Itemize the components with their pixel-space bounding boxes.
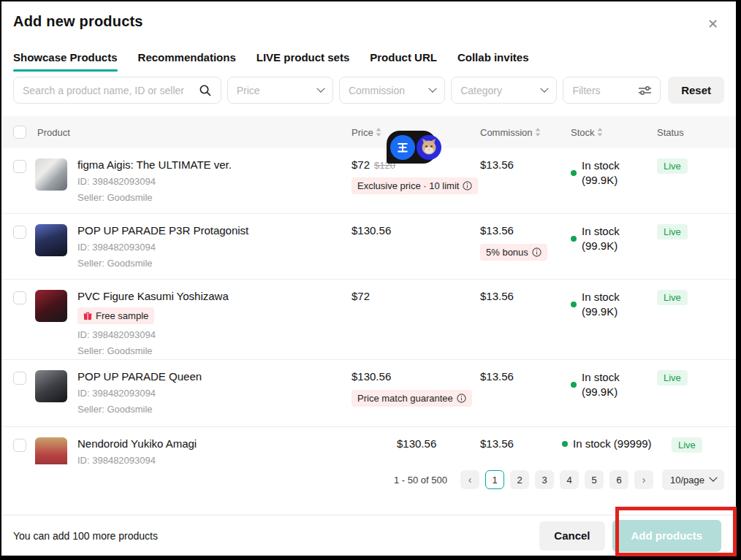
page-button-3[interactable]: 3 — [535, 470, 554, 489]
product-thumbnail — [35, 224, 67, 256]
commission-filter-label: Commission — [349, 85, 405, 96]
status-cell: Live — [657, 158, 724, 174]
stock-cell: In stock (99999) — [562, 437, 672, 450]
commission-cell: $13.56 — [480, 370, 571, 383]
commission-value: $13.56 — [480, 158, 514, 171]
product-seller: Seller: Goodsmile — [77, 192, 232, 203]
add-products-modal: Add new products ✕ Showcase Products Rec… — [1, 1, 736, 556]
info-icon[interactable] — [457, 394, 466, 403]
column-header-stock[interactable]: Stock — [571, 127, 657, 138]
tab-product-url[interactable]: Product URL — [370, 51, 437, 72]
search-input[interactable] — [13, 77, 221, 104]
commission-cell: $13.56 5% bonus — [480, 224, 571, 261]
next-page-button[interactable]: › — [634, 470, 653, 489]
search-icon — [199, 84, 212, 97]
tab-live-product-sets[interactable]: LIVE product sets — [256, 51, 350, 72]
more-filters-label: Filters — [572, 85, 600, 96]
page-button-6[interactable]: 6 — [609, 470, 628, 489]
commission-bonus-badge: 5% bonus — [480, 244, 547, 261]
sliders-icon — [639, 85, 651, 96]
collaborator-initial-wang — [390, 135, 415, 160]
product-thumbnail — [35, 370, 67, 402]
commission-cell: $13.56 — [480, 437, 571, 450]
status-badge: Live — [672, 437, 702, 453]
tab-showcase-products[interactable]: Showcase Products — [13, 51, 118, 72]
info-icon[interactable] — [463, 181, 472, 191]
price-filter-dropdown[interactable]: Price — [227, 77, 333, 104]
in-stock-dot-icon — [571, 382, 577, 388]
row-checkbox[interactable] — [13, 226, 26, 239]
tab-collab-invites[interactable]: Collab invites — [457, 51, 529, 72]
tab-recommendations[interactable]: Recommendations — [138, 51, 236, 72]
column-header-product: Product — [37, 127, 352, 138]
price-cell: $72 $120 Exclusive price · 10 limit — [352, 158, 480, 194]
price-cell: $72 — [352, 290, 480, 303]
row-checkbox[interactable] — [13, 291, 26, 304]
row-checkbox[interactable] — [13, 439, 26, 452]
price-value: $130.56 — [397, 437, 436, 450]
page-title: Add new products — [13, 13, 143, 30]
price-value: $72 — [352, 290, 370, 302]
stock-line1: In stock — [582, 158, 620, 173]
stock-cell: In stock (99.9K) — [571, 290, 657, 319]
cancel-button[interactable]: Cancel — [539, 521, 604, 551]
pagination-range: 1 - 50 of 500 — [394, 475, 447, 486]
stock-line1: In stock — [582, 370, 620, 385]
sort-icon[interactable] — [376, 128, 381, 137]
page-button-2[interactable]: 2 — [510, 470, 529, 489]
product-id: ID: 398482093094 — [77, 455, 197, 464]
row-checkbox[interactable] — [13, 160, 26, 173]
in-stock-dot-icon — [562, 441, 568, 447]
chevron-down-icon — [316, 84, 324, 92]
info-icon[interactable] — [532, 248, 542, 257]
more-filters-dropdown[interactable]: Filters — [563, 77, 661, 104]
commission-value: $13.56 — [480, 370, 514, 383]
stock-cell: In stock (99.9K) — [571, 158, 657, 188]
page-size-dropdown[interactable]: 10/page — [662, 469, 724, 490]
stock-column-label: Stock — [571, 127, 595, 138]
prev-page-button[interactable]: ‹ — [460, 470, 479, 489]
add-products-button[interactable]: Add products — [612, 520, 722, 552]
product-title: POP UP PARADE P3R Protagonist — [77, 224, 248, 237]
price-promo-label: Exclusive price · 10 limit — [357, 180, 459, 191]
chevron-down-icon — [709, 474, 717, 482]
price-value: $72 — [352, 158, 370, 171]
column-header-status: Status — [657, 127, 724, 138]
stock-line2: (99.9K) — [582, 385, 620, 399]
select-all-checkbox[interactable] — [13, 126, 26, 139]
product-cell: POP UP PARADE Queen ID: 398482093094 Sel… — [35, 370, 352, 415]
product-thumbnail — [35, 290, 67, 322]
product-thumbnail — [35, 158, 67, 191]
page-button-4[interactable]: 4 — [560, 470, 579, 489]
sort-icon[interactable] — [535, 128, 541, 137]
commission-bonus-label: 5% bonus — [486, 247, 528, 258]
search-field[interactable] — [23, 85, 199, 96]
collaborator-avatar — [417, 135, 441, 160]
category-filter-dropdown[interactable]: Category — [451, 77, 557, 104]
in-stock-dot-icon — [571, 302, 577, 307]
product-seller: Seller: Goodsmile — [77, 345, 229, 356]
reset-button[interactable]: Reset — [668, 77, 724, 104]
price-promo-badge: Exclusive price · 10 limit — [352, 177, 478, 194]
column-header-commission[interactable]: Commission — [480, 127, 571, 138]
price-cell: $130.56 Price match guarantee — [352, 370, 480, 407]
status-cell: Live — [657, 224, 724, 239]
product-id: ID: 398482093094 — [77, 388, 202, 399]
free-sample-label: Free sample — [96, 310, 148, 321]
stock-line2: (99.9K) — [582, 304, 620, 319]
price-cell: $130.56 — [352, 224, 480, 237]
page-button-1[interactable]: 1 — [485, 470, 504, 489]
price-value: $130.56 — [352, 224, 391, 237]
pagination-bar: 1 - 50 of 500 ‹ 1 2 3 4 5 6 › 10/page — [1, 464, 736, 495]
commission-filter-dropdown[interactable]: Commission — [339, 77, 445, 104]
product-title: POP UP PARADE Queen — [77, 370, 202, 383]
row-checkbox[interactable] — [13, 372, 26, 385]
category-filter-label: Category — [460, 85, 502, 96]
product-seller: Seller: Goodsmile — [77, 404, 202, 415]
page-button-5[interactable]: 5 — [585, 470, 604, 489]
product-column-label: Product — [37, 127, 70, 138]
close-icon[interactable]: ✕ — [704, 15, 721, 34]
sort-icon[interactable] — [597, 128, 603, 137]
commission-value: $13.56 — [480, 290, 514, 302]
chevron-down-icon — [429, 84, 437, 92]
